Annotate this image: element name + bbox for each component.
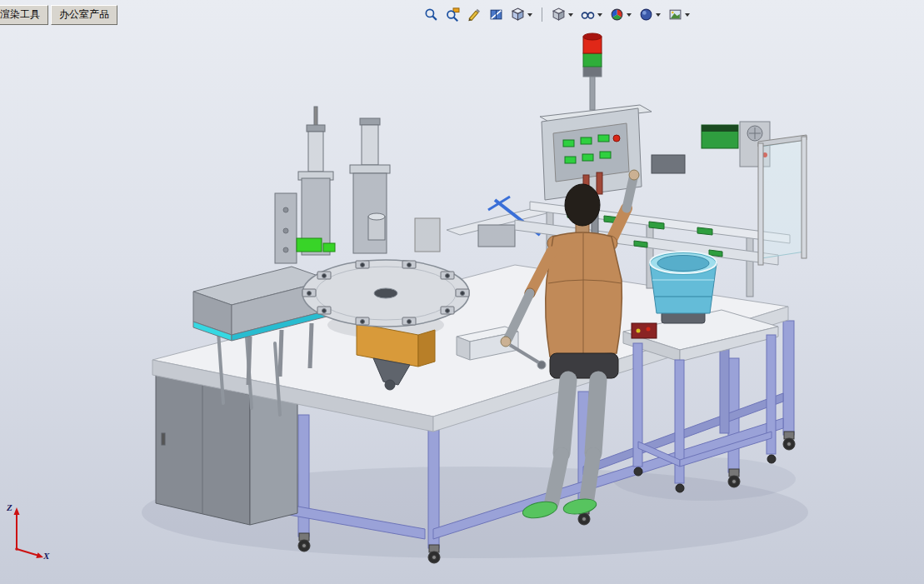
z-axis-arrow [14,507,20,515]
zoom-to-area-button[interactable] [445,7,461,22]
3d-drawing-view-button[interactable] [467,7,482,22]
view-settings-icon [668,7,682,22]
zoom-to-fit-button[interactable] [423,7,439,22]
display-style-button[interactable] [551,7,574,22]
x-axis-arrow [36,552,43,558]
toolbar-separator [542,7,542,22]
view-orientation-icon [511,7,525,22]
section-view-button[interactable] [488,7,504,22]
safety-guards[interactable] [758,135,807,265]
dropdown-caret-icon[interactable] [627,13,632,17]
zoom-to-fit-icon [424,7,438,22]
3d-viewport[interactable]: 渲染工具 办公室产品 [0,0,924,584]
heads-up-view-toolbar [423,7,691,22]
dropdown-caret-icon[interactable] [527,13,532,17]
edit-appearance-button[interactable] [609,7,632,22]
orientation-triad: Z X [3,497,53,562]
floating-toolbar-tabs: 渲染工具 办公室产品 [0,5,117,25]
triad-x-label: X [42,551,50,561]
view-orientation-button[interactable] [510,7,533,22]
section-view-icon [489,7,503,22]
signal-tower[interactable] [583,33,602,110]
cad-window: 渲染工具 办公室产品 [0,0,924,584]
3d-drawing-view-icon [467,7,482,22]
bowl-feeder[interactable] [650,252,717,323]
view-settings-button[interactable] [667,7,691,22]
dropdown-caret-icon[interactable] [685,13,690,17]
dropdown-caret-icon[interactable] [568,13,573,17]
display-style-icon [552,7,566,22]
edit-appearance-icon [610,7,624,22]
machine-assembly-render[interactable] [0,0,924,584]
toolbar-tab-render-tools[interactable]: 渲染工具 [0,5,48,25]
zoom-to-area-icon [446,7,460,22]
apply-scene-button[interactable] [638,7,662,22]
red-button-box[interactable] [632,323,657,338]
triad-z-label: Z [6,502,12,512]
press-station[interactable] [275,107,390,263]
hide-show-items-button[interactable] [580,7,603,22]
apply-scene-icon [639,7,653,22]
toolbar-tab-office-products[interactable]: 办公室产品 [51,5,117,25]
dropdown-caret-icon[interactable] [597,13,602,17]
dropdown-caret-icon[interactable] [656,13,661,17]
hide-show-items-icon [581,7,595,22]
